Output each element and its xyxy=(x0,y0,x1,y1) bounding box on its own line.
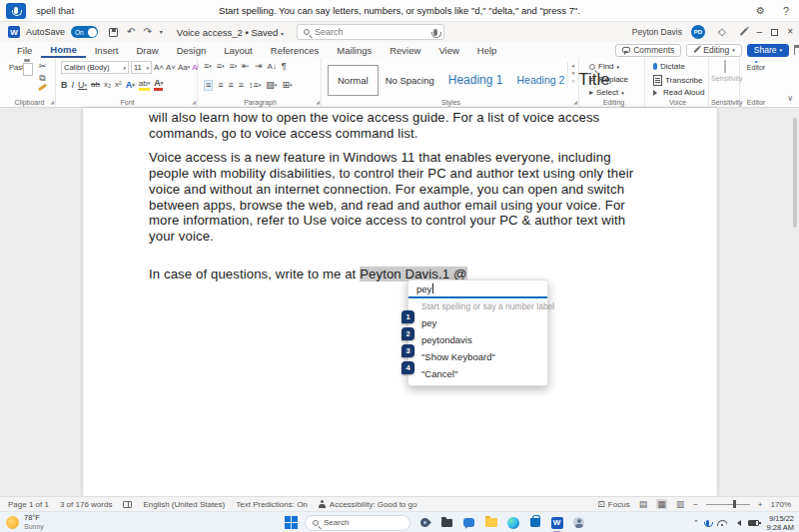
increase-indent-icon[interactable]: ⇥ xyxy=(255,62,263,71)
format-painter-icon[interactable] xyxy=(38,84,47,92)
copy-icon[interactable]: ⧉ xyxy=(39,74,45,83)
word-count[interactable]: 3 of 176 words xyxy=(60,500,112,509)
shrink-font-icon[interactable]: A˅ xyxy=(166,64,176,72)
bold-button[interactable]: B xyxy=(61,81,68,90)
search-mic-icon[interactable] xyxy=(433,29,437,36)
read-mode-icon[interactable]: ▤ xyxy=(638,499,649,509)
justify-icon[interactable]: ≡ xyxy=(239,81,244,90)
tab-help[interactable]: Help xyxy=(468,42,506,58)
dialog-launcher-icon[interactable]: ◢ xyxy=(573,99,577,105)
suggestion-item[interactable]: "Cancel" xyxy=(408,365,547,382)
restore-button[interactable] xyxy=(771,29,778,36)
search-input[interactable]: Search xyxy=(297,24,444,40)
highlight-color-icon[interactable]: ab▾ xyxy=(139,80,150,91)
find-button[interactable]: Find▾ xyxy=(589,62,619,71)
focus-button[interactable]: ⊡Focus xyxy=(597,499,629,509)
number-label-badge[interactable]: 3 xyxy=(401,344,414,357)
select-button[interactable]: ▸Select▾ xyxy=(589,88,624,97)
battery-icon[interactable] xyxy=(748,520,759,526)
superscript-button[interactable]: x² xyxy=(115,81,122,89)
italic-button[interactable]: I xyxy=(72,81,75,90)
start-button[interactable] xyxy=(285,516,298,529)
share-button[interactable]: Share▾ xyxy=(747,44,789,57)
multilevel-list-icon[interactable]: ≡▾ xyxy=(230,62,238,71)
suggestion-item[interactable]: "Show Keyboard" xyxy=(408,348,547,365)
user-name[interactable]: Peyton Davis xyxy=(632,27,682,37)
align-right-icon[interactable]: ≡ xyxy=(229,81,234,90)
weather-widget[interactable]: 78°FSunny xyxy=(6,514,44,531)
editing-mode-button[interactable]: Editing▾ xyxy=(686,44,742,57)
line-spacing-icon[interactable]: ↕≡▾ xyxy=(249,81,261,90)
zoom-out-button[interactable]: − xyxy=(693,500,698,509)
numbering-icon[interactable]: ≡▾ xyxy=(217,62,225,71)
styles-more-icon[interactable]: ▿ xyxy=(572,78,575,84)
grow-font-icon[interactable]: A˄ xyxy=(154,64,164,72)
tab-mailings[interactable]: Mailings xyxy=(328,42,381,58)
tab-design[interactable]: Design xyxy=(168,42,216,58)
number-label-badge[interactable]: 2 xyxy=(401,327,414,340)
dictate-button[interactable]: Dictate xyxy=(653,62,685,71)
tab-draw[interactable]: Draw xyxy=(127,42,167,58)
editor-button[interactable]: Editor xyxy=(741,61,771,71)
document-page[interactable]: will also learn how to open the voice ac… xyxy=(83,108,717,496)
volume-icon[interactable] xyxy=(734,520,741,526)
file-explorer-icon[interactable] xyxy=(483,515,498,530)
accessibility-status[interactable]: Accessibility: Good to go xyxy=(319,500,417,509)
decrease-indent-icon[interactable]: ⇤ xyxy=(242,62,250,71)
zoom-slider-thumb[interactable] xyxy=(733,500,736,508)
tab-references[interactable]: References xyxy=(262,42,329,58)
font-name-select[interactable]: Calibri (Body)▾ xyxy=(61,61,129,74)
diamond-icon[interactable]: ◇ xyxy=(718,27,726,37)
align-left-icon[interactable]: ≡ xyxy=(204,80,213,91)
strikethrough-button[interactable]: ab xyxy=(91,81,100,89)
taskbar-search[interactable]: Search xyxy=(305,515,410,531)
dialog-launcher-icon[interactable]: ◢ xyxy=(50,99,54,105)
pin-icon[interactable] xyxy=(794,45,795,55)
undo-icon[interactable]: ↶ xyxy=(127,27,135,37)
subscript-button[interactable]: x₂ xyxy=(104,81,111,89)
read-aloud-button[interactable]: Read Aloud xyxy=(653,88,704,97)
zoom-slider[interactable] xyxy=(706,504,750,505)
collapse-ribbon-icon[interactable]: ∨ xyxy=(787,94,793,103)
show-paragraph-marks-icon[interactable]: ¶ xyxy=(282,62,287,71)
people-app-icon[interactable] xyxy=(571,515,586,530)
shading-icon[interactable]: ▨▾ xyxy=(266,81,277,90)
style-heading-2[interactable]: Heading 2 xyxy=(509,74,571,86)
avatar[interactable]: PD xyxy=(691,25,705,39)
store-icon[interactable] xyxy=(527,515,542,530)
styles-scroll-up-icon[interactable]: ▴ xyxy=(572,62,575,68)
close-button[interactable]: × xyxy=(787,27,793,37)
tab-view[interactable]: View xyxy=(429,42,467,58)
word-taskbar-icon[interactable]: W xyxy=(549,515,564,530)
tab-insert[interactable]: Insert xyxy=(86,42,128,58)
tab-home[interactable]: Home xyxy=(41,42,85,58)
vertical-scrollbar[interactable] xyxy=(793,118,797,228)
paste-button[interactable]: Paste ▾ xyxy=(8,61,34,72)
teams-chat-icon[interactable] xyxy=(461,515,476,530)
spelling-input[interactable]: pey xyxy=(408,280,547,298)
number-label-badge[interactable]: 1 xyxy=(401,310,414,323)
comments-button[interactable]: Comments xyxy=(615,44,681,57)
style-heading-1[interactable]: Heading 1 xyxy=(441,73,510,87)
minimize-button[interactable]: – xyxy=(757,27,763,37)
language-indicator[interactable]: English (United States) xyxy=(143,500,225,509)
help-button[interactable]: ? xyxy=(783,5,789,17)
web-layout-icon[interactable]: ▥ xyxy=(675,499,686,509)
suggestion-item[interactable]: peytondavis xyxy=(408,331,547,348)
edge-icon[interactable] xyxy=(505,515,520,530)
font-size-select[interactable]: 11▾ xyxy=(131,61,152,74)
dark-folder-app-icon[interactable] xyxy=(439,515,454,530)
print-layout-icon[interactable]: ▦ xyxy=(656,499,667,509)
cut-icon[interactable]: ✂ xyxy=(39,62,47,71)
document-title[interactable]: Voice access_2 • Saved ▾ xyxy=(177,27,284,38)
style-no-spacing[interactable]: No Spacing xyxy=(379,75,441,86)
rocket-app-icon[interactable] xyxy=(417,515,432,530)
zoom-in-button[interactable]: + xyxy=(758,500,763,509)
style-normal[interactable]: Normal xyxy=(328,65,379,96)
number-label-badge[interactable]: 4 xyxy=(401,361,414,374)
replace-button[interactable]: ⇄Replace xyxy=(589,75,628,84)
tab-layout[interactable]: Layout xyxy=(215,42,262,58)
redo-icon[interactable]: ↷ xyxy=(143,27,151,37)
tab-file[interactable]: File xyxy=(8,42,41,58)
transcribe-button[interactable]: Transcribe xyxy=(653,75,703,86)
